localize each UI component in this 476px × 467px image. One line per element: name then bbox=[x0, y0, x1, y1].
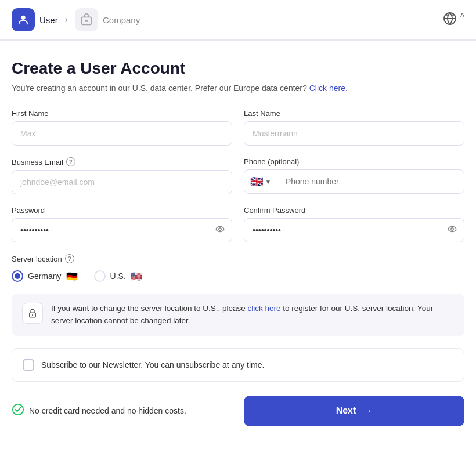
user-step-label: User bbox=[39, 15, 58, 25]
newsletter-checkbox[interactable] bbox=[23, 359, 34, 371]
server-germany-option[interactable]: Germany 🇩🇪 bbox=[12, 270, 78, 282]
confirm-password-wrapper bbox=[244, 218, 464, 242]
nav-steps: User › Company bbox=[12, 8, 140, 31]
first-name-group: First Name bbox=[12, 109, 232, 146]
bottom-bar: No credit card needed and no hidden cost… bbox=[12, 396, 464, 432]
subtitle-link[interactable]: Click here. bbox=[309, 84, 348, 93]
lock-icon-wrap bbox=[22, 303, 43, 324]
translate-icon[interactable]: A bbox=[443, 12, 464, 28]
email-phone-row: Business Email ? Phone (optional) 🇬🇧 ▼ bbox=[12, 157, 464, 194]
main-content: Create a User Account You're creating an… bbox=[0, 41, 476, 444]
germany-radio[interactable] bbox=[12, 270, 23, 282]
confirm-password-label: Confirm Password bbox=[244, 206, 464, 215]
us-flag: 🇺🇸 bbox=[131, 271, 142, 282]
server-location-info-box: If you want to change the server locatio… bbox=[12, 294, 464, 336]
password-toggle-icon[interactable] bbox=[215, 224, 225, 237]
phone-flag: 🇬🇧 bbox=[250, 175, 263, 188]
svg-point-9 bbox=[13, 404, 23, 415]
password-group: Password bbox=[12, 206, 232, 242]
page-subtitle: You're creating an account in our U.S. d… bbox=[12, 84, 464, 93]
next-button[interactable]: Next → bbox=[244, 396, 464, 426]
svg-point-8 bbox=[32, 314, 33, 316]
phone-country-selector[interactable]: 🇬🇧 ▼ bbox=[244, 170, 277, 193]
svg-rect-2 bbox=[85, 20, 88, 22]
phone-wrapper: 🇬🇧 ▼ bbox=[244, 169, 464, 194]
us-label: U.S. bbox=[110, 271, 126, 281]
page-title: Create a User Account bbox=[12, 59, 464, 78]
svg-point-0 bbox=[21, 16, 25, 20]
info-link[interactable]: click here bbox=[247, 304, 280, 313]
svg-point-5 bbox=[448, 227, 456, 232]
server-location-section: Server location ? Germany 🇩🇪 U.S. 🇺🇸 bbox=[12, 254, 464, 282]
email-help-icon[interactable]: ? bbox=[66, 157, 75, 166]
phone-label: Phone (optional) bbox=[244, 157, 464, 166]
company-step-label: Company bbox=[103, 15, 140, 25]
nav-step-user[interactable]: User bbox=[12, 8, 58, 31]
svg-point-4 bbox=[219, 228, 222, 231]
nav-step-company[interactable]: Company bbox=[75, 8, 140, 31]
email-input[interactable] bbox=[12, 170, 232, 194]
last-name-group: Last Name bbox=[244, 109, 464, 146]
server-location-help-icon[interactable]: ? bbox=[65, 254, 74, 263]
first-name-input[interactable] bbox=[12, 121, 232, 146]
server-us-option[interactable]: U.S. 🇺🇸 bbox=[94, 270, 142, 282]
user-step-icon bbox=[12, 8, 35, 31]
svg-point-6 bbox=[451, 228, 454, 231]
last-name-label: Last Name bbox=[244, 109, 464, 118]
email-label: Business Email ? bbox=[12, 157, 232, 166]
server-location-label: Server location ? bbox=[12, 254, 464, 263]
next-arrow-icon: → bbox=[362, 405, 372, 417]
svg-point-3 bbox=[216, 227, 224, 232]
confirm-password-toggle-icon[interactable] bbox=[447, 224, 457, 237]
newsletter-label: Subscribe to our Newsletter. You can uns… bbox=[41, 360, 264, 370]
first-name-label: First Name bbox=[12, 109, 232, 118]
germany-flag: 🇩🇪 bbox=[66, 271, 78, 282]
password-label: Password bbox=[12, 206, 232, 215]
name-row: First Name Last Name bbox=[12, 109, 464, 146]
no-credit-card-info: No credit card needed and no hidden cost… bbox=[12, 403, 186, 419]
nav-chevron-icon: › bbox=[65, 15, 68, 25]
password-row: Password Confirm Password bbox=[12, 206, 464, 242]
last-name-input[interactable] bbox=[244, 121, 464, 146]
subtitle-text: You're creating an account in our U.S. d… bbox=[12, 84, 307, 93]
confirm-password-group: Confirm Password bbox=[244, 206, 464, 242]
germany-label: Germany bbox=[28, 271, 62, 281]
phone-group: Phone (optional) 🇬🇧 ▼ bbox=[244, 157, 464, 194]
newsletter-box: Subscribe to our Newsletter. You can uns… bbox=[12, 348, 464, 382]
phone-chevron-icon: ▼ bbox=[265, 179, 271, 185]
phone-input[interactable] bbox=[277, 170, 464, 193]
top-navigation: User › Company A bbox=[0, 0, 476, 40]
email-group: Business Email ? bbox=[12, 157, 232, 194]
confirm-password-input[interactable] bbox=[244, 218, 464, 242]
us-radio[interactable] bbox=[94, 270, 106, 282]
check-green-icon bbox=[12, 403, 24, 419]
info-text: If you want to change the server locatio… bbox=[51, 303, 454, 327]
server-location-radio-group: Germany 🇩🇪 U.S. 🇺🇸 bbox=[12, 270, 464, 282]
password-input[interactable] bbox=[12, 218, 232, 242]
password-wrapper bbox=[12, 218, 232, 242]
company-step-icon bbox=[75, 8, 98, 31]
